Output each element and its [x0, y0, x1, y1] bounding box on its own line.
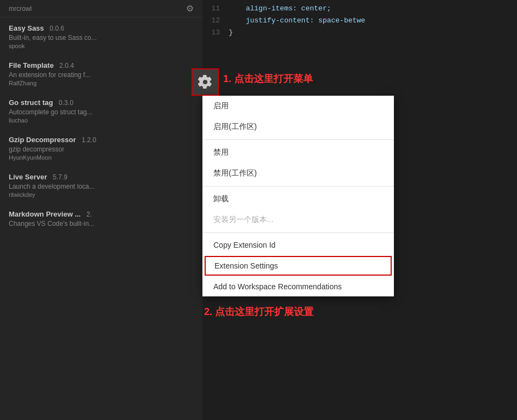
menu-item-label: 启用 [213, 101, 229, 111]
top-gear-icon[interactable]: ⚙ [186, 3, 194, 14]
line-code: } [229, 28, 233, 37]
line-number: 11 [207, 4, 229, 13]
extension-name: Markdown Preview ... [9, 210, 81, 218]
menu-item-uninstall[interactable]: 卸载 [202, 189, 394, 209]
menu-item-install-version: 安装另一个版本... [202, 209, 394, 230]
line-code: justify-content: space-betwe [229, 16, 365, 25]
extension-author: RalfZhang [9, 80, 194, 86]
extension-version: 2. [86, 211, 92, 218]
line-number: 13 [207, 28, 229, 37]
menu-item-label: 卸载 [213, 194, 229, 204]
extension-version: 2.0.4 [60, 62, 74, 69]
menu-divider-1 [202, 139, 394, 140]
extension-desc: gzip decompressor [9, 145, 194, 153]
extension-item-file-template[interactable]: File Template 2.0.4 An extension for cre… [0, 55, 202, 92]
extension-item-gzip[interactable]: Gzip Decompressor 1.2.0 gzip decompresso… [0, 129, 202, 166]
context-menu: 启用 启用(工作区) 禁用 禁用(工作区) 卸载 安装另一个版本... Copy… [202, 96, 394, 296]
menu-item-label: Add to Workspace Recommendations [213, 282, 342, 291]
extension-name: File Template [9, 61, 54, 69]
extension-name: Live Server [9, 173, 47, 181]
menu-item-label: 安装另一个版本... [213, 215, 274, 225]
menu-item-label: Extension Settings [214, 261, 278, 270]
menu-item-disable-workspace[interactable]: 禁用(工作区) [202, 163, 394, 184]
extension-name: Gzip Decompressor [9, 136, 76, 144]
extension-desc: Autocomplete go struct tag... [9, 108, 194, 116]
menu-item-label: 禁用(工作区) [213, 168, 257, 178]
menu-divider-3 [202, 232, 394, 233]
gear-button[interactable] [191, 68, 219, 96]
extension-item-easy-sass[interactable]: Easy Sass 0.0.6 Built-in, easy to use Sa… [0, 18, 202, 55]
code-line-11: 11 align-items: center; [202, 2, 517, 14]
extension-author: liuchao [9, 117, 194, 124]
extension-author: HyunKyunMoon [9, 154, 194, 161]
top-extension-name: mrcrowl [9, 5, 32, 13]
extension-item-live-server[interactable]: Live Server 5.7.9 Launch a development l… [0, 166, 202, 203]
menu-item-label: 启用(工作区) [213, 122, 257, 132]
line-number: 12 [207, 16, 229, 25]
extension-desc: Built-in, easy to use Sass co... [9, 34, 194, 42]
menu-item-enable-workspace[interactable]: 启用(工作区) [202, 116, 394, 137]
scrollbar[interactable] [512, 0, 517, 420]
extension-author: ritwickdey [9, 191, 194, 198]
extension-desc: Changes VS Code's built-in... [9, 220, 194, 228]
line-code: align-items: center; [229, 4, 331, 13]
menu-item-disable[interactable]: 禁用 [202, 142, 394, 163]
menu-item-label: Copy Extension Id [213, 241, 276, 249]
extension-desc: Launch a development loca... [9, 183, 194, 190]
extensions-sidebar: mrcrowl ⚙ Easy Sass 0.0.6 Built-in, easy… [0, 0, 202, 420]
code-line-13: 13 } [202, 26, 517, 38]
extension-version: 0.3.0 [59, 99, 73, 107]
menu-item-enable[interactable]: 启用 [202, 96, 394, 116]
menu-item-copy-id[interactable]: Copy Extension Id [202, 235, 394, 255]
extension-desc: An extension for creating f... [9, 71, 194, 79]
code-line-12: 12 justify-content: space-betwe [202, 14, 517, 26]
extension-item-markdown-preview[interactable]: Markdown Preview ... 2. Changes VS Code'… [0, 203, 202, 233]
extension-name: Easy Sass [9, 24, 44, 32]
annotation-open-menu: 1. 点击这里打开菜单 [223, 72, 313, 85]
extension-author: spook [9, 43, 194, 49]
menu-item-label: 禁用 [213, 148, 229, 158]
extension-version: 0.0.6 [50, 25, 65, 32]
extension-version: 1.2.0 [82, 136, 96, 144]
extension-item-go-struct-tag[interactable]: Go struct tag 0.3.0 Autocomplete go stru… [0, 92, 202, 129]
menu-divider-2 [202, 186, 394, 186]
menu-item-add-workspace[interactable]: Add to Workspace Recommendations [202, 277, 394, 296]
gear-icon [197, 74, 213, 90]
extension-name: Go struct tag [9, 98, 53, 107]
menu-item-extension-settings[interactable]: Extension Settings [205, 256, 392, 276]
annotation-open-settings: 2. 点击这里打开扩展设置 [204, 305, 313, 318]
top-extension-row[interactable]: mrcrowl ⚙ [0, 0, 202, 18]
extension-version: 5.7.9 [53, 173, 68, 181]
